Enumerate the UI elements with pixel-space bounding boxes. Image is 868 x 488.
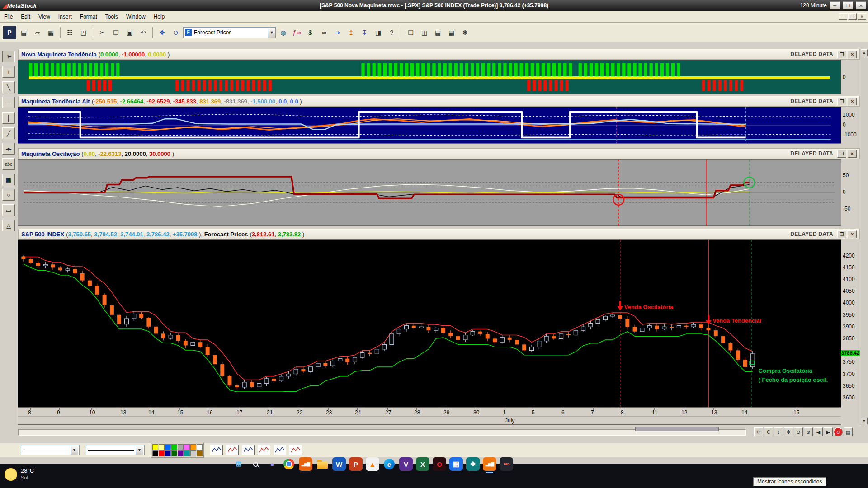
menu-item-file[interactable]: File <box>0 12 17 22</box>
panel-restore-button[interactable]: ❐ <box>837 98 846 105</box>
maximize-button[interactable]: ❐ <box>843 1 853 9</box>
color-swatch[interactable] <box>171 444 177 450</box>
chevron-down-icon[interactable]: ▼ <box>136 446 143 455</box>
tile-horizontal-button[interactable]: ❏ <box>405 26 417 38</box>
cascade-button[interactable]: ▤ <box>432 26 444 38</box>
menu-item-view[interactable]: View <box>34 12 54 22</box>
child-minimize-button[interactable]: ─ <box>839 13 847 20</box>
tendencia-chart[interactable] <box>18 60 841 94</box>
chevron-down-icon[interactable]: ▼ <box>268 28 275 38</box>
word-icon[interactable]: W <box>332 457 346 471</box>
zoom-out-button[interactable]: ⊖ <box>794 427 803 436</box>
menu-item-help[interactable]: Help <box>150 12 169 22</box>
metastock-icon[interactable]: ▂▅▇ <box>483 457 496 471</box>
zoom-in-button[interactable]: ⊕ <box>804 427 813 436</box>
ray-tool[interactable]: ╱ <box>2 127 15 139</box>
folder-icon[interactable] <box>316 457 329 471</box>
pro-app-icon[interactable]: Pro <box>500 457 513 471</box>
scroll-left-button[interactable]: ◀ <box>814 427 823 436</box>
panel-close-button[interactable]: ✕ <box>848 230 857 238</box>
color-swatch[interactable] <box>165 450 171 456</box>
open-button[interactable]: ▱ <box>31 26 43 38</box>
start-button[interactable]: ⊞ <box>232 457 245 471</box>
color-swatch[interactable] <box>159 450 165 456</box>
powerpoint-icon[interactable]: P <box>349 457 363 471</box>
close-button[interactable]: ✕ <box>856 1 866 9</box>
menu-item-window[interactable]: Window <box>122 12 150 22</box>
color-swatch[interactable] <box>178 444 184 450</box>
scrollbar-thumb[interactable] <box>635 427 719 431</box>
crosshair-tool[interactable]: + <box>2 66 15 78</box>
color-swatch[interactable] <box>159 444 165 450</box>
scroll-up-icon[interactable]: ▲ <box>861 49 868 56</box>
undo-button[interactable]: ↶ <box>137 26 149 38</box>
print-preview-button[interactable]: ◳ <box>77 26 90 38</box>
help-button[interactable]: ? <box>386 26 398 38</box>
panel-close-button[interactable]: ✕ <box>848 98 857 105</box>
child-restore-button[interactable]: ❐ <box>848 13 857 20</box>
line-weight-combo[interactable]: ▼ <box>86 445 145 455</box>
tile-grid-button[interactable]: ▦ <box>445 26 458 38</box>
panel-close-button[interactable]: ✕ <box>848 51 857 58</box>
panel-close-button[interactable]: ✕ <box>848 150 857 158</box>
color-swatch[interactable] <box>184 450 190 456</box>
status-smiley-icon[interactable]: ☺ <box>834 427 843 436</box>
color-swatch[interactable] <box>190 444 196 450</box>
fit-vertical-button[interactable]: ↕ <box>774 427 783 436</box>
opera-icon[interactable]: O <box>433 457 446 471</box>
color-swatch[interactable] <box>190 450 196 456</box>
color-swatch[interactable] <box>165 444 171 450</box>
chart-style-2[interactable] <box>226 445 239 455</box>
color-swatch[interactable] <box>197 444 203 450</box>
download-icon[interactable]: ↧ <box>359 26 371 38</box>
layout-options-button[interactable]: ✱ <box>459 26 471 38</box>
text-tool[interactable]: abc <box>2 158 15 170</box>
menu-item-tools[interactable]: Tools <box>101 12 122 22</box>
color-swatch[interactable] <box>171 450 177 456</box>
zoom-tool-button[interactable]: ⊙ <box>170 26 182 38</box>
copy-button[interactable]: ❐ <box>110 26 122 38</box>
teams-icon[interactable]: ● <box>265 457 279 471</box>
power-console-button[interactable]: P <box>3 26 16 39</box>
horizontal-line-tool[interactable]: ─ <box>2 97 15 108</box>
color-swatch[interactable] <box>152 450 158 456</box>
print-button[interactable]: ☷ <box>64 26 76 38</box>
vertical-scrollbar[interactable]: ▲ ▼ <box>860 49 868 425</box>
chart-style-1[interactable] <box>210 445 223 455</box>
photos-icon[interactable]: ❖ <box>466 457 480 471</box>
grid-tool[interactable]: ▦ <box>2 174 15 185</box>
panel-restore-button[interactable]: ❐ <box>837 230 846 238</box>
chart-style-6[interactable] <box>289 445 302 455</box>
explorer-binoculars-icon[interactable]: ∞ <box>318 26 330 38</box>
maquineta-tendencia-alt-chart[interactable] <box>18 107 841 144</box>
pointer-tool[interactable]: ➤ <box>2 51 15 62</box>
move-tool-button[interactable]: ✥ <box>156 26 168 38</box>
data-sheet-button[interactable]: ▤ <box>844 427 853 436</box>
scroll-right-button[interactable]: ▶ <box>824 427 833 436</box>
search-icon[interactable] <box>249 457 262 471</box>
collapse-button[interactable]: C <box>764 427 773 436</box>
new-chart-button[interactable]: ▤ <box>18 26 30 38</box>
excel-icon[interactable]: X <box>416 457 429 471</box>
expert-arrow-icon[interactable]: ➔ <box>331 26 344 38</box>
line-style-combo[interactable]: ▼ <box>21 445 80 455</box>
maquineta-oscilacao-chart[interactable] <box>18 159 841 226</box>
save-button[interactable]: ▦ <box>45 26 57 38</box>
chrome-icon[interactable] <box>282 457 296 471</box>
paste-button[interactable]: ▣ <box>123 26 136 38</box>
color-swatch[interactable] <box>197 450 203 456</box>
calculator-icon[interactable]: ▦ <box>449 457 463 471</box>
chart-style-5[interactable] <box>274 445 286 455</box>
panel-restore-button[interactable]: ❐ <box>837 150 846 158</box>
menu-item-edit[interactable]: Edit <box>17 12 34 22</box>
panel-restore-button[interactable]: ❐ <box>837 51 846 58</box>
rectangle-tool[interactable]: ▭ <box>2 204 15 216</box>
vertical-line-tool[interactable]: │ <box>2 112 15 124</box>
scroll-tools[interactable]: ◂▸ <box>2 143 15 155</box>
chart-preview-icon[interactable]: ◨ <box>372 26 384 38</box>
scroll-down-icon[interactable]: ▼ <box>861 418 868 424</box>
minimize-button[interactable]: ─ <box>830 1 840 9</box>
pan-button[interactable]: ✥ <box>784 427 793 436</box>
indicator-fx-icon[interactable]: ƒ∞ <box>291 26 303 38</box>
edge-icon[interactable]: e <box>382 457 396 471</box>
